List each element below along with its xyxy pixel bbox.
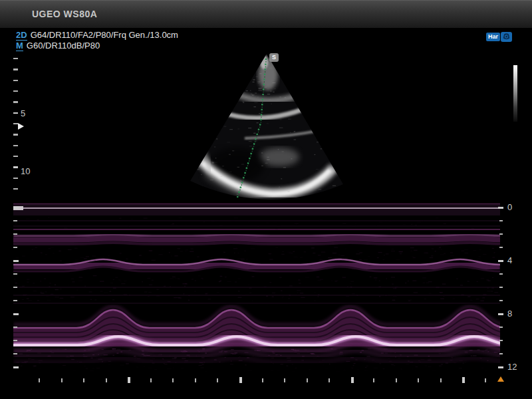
- ruler-tick: [499, 287, 503, 288]
- ruler-tick: [13, 101, 18, 102]
- ruler-tick: [106, 378, 107, 382]
- harmonic-badge: Har: [486, 33, 500, 41]
- ruler-tick: [499, 327, 503, 328]
- ruler-tick: [499, 247, 503, 248]
- ruler-tick: [499, 273, 503, 275]
- orientation-marker: S: [269, 53, 279, 62]
- ruler-tick: [13, 112, 18, 114]
- m-depth-label-4: 4: [507, 256, 512, 265]
- mode-tag-m: M: [16, 41, 23, 51]
- ultrasound-screen: UGEO WS80A 2DG64/DR110/FA2/P80/Frq Gen./…: [0, 0, 532, 399]
- ruler-tick: [499, 300, 503, 301]
- probe-icon: [501, 32, 512, 42]
- ruler-tick: [485, 378, 486, 382]
- mode-info-2d: 2DG64/DR110/FA2/P80/Frq Gen./13.0cm: [16, 30, 178, 40]
- ruler-tick: [13, 247, 17, 248]
- ruler-tick: [172, 378, 174, 382]
- ruler-tick: [128, 377, 130, 383]
- ruler-tick: [418, 378, 419, 382]
- probe-icon-glyph: [501, 32, 512, 42]
- 2d-image: [166, 50, 372, 206]
- ruler-tick: [13, 353, 17, 354]
- ruler-tick: [13, 366, 19, 368]
- focus-position-marker: [18, 123, 24, 130]
- mode-tag-2d: 2D: [16, 30, 27, 41]
- ruler-tick: [13, 273, 17, 275]
- ruler-tick: [499, 220, 503, 221]
- params-2d: G64/DR110/FA2/P80/Frq Gen./13.0cm: [31, 30, 178, 40]
- m-mode-trace: [13, 201, 501, 381]
- sweep-refresh-marker: [497, 376, 504, 382]
- params-m: G60/DR110dB/P80: [27, 41, 100, 51]
- ruler-tick: [61, 378, 63, 382]
- ruler-tick: [498, 207, 503, 209]
- ruler-tick: [462, 377, 465, 383]
- ruler-tick: [13, 68, 18, 70]
- ruler-tick: [13, 58, 18, 59]
- m-mode-waveforms: [13, 201, 501, 381]
- ruler-tick: [13, 90, 18, 92]
- ruler-tick: [440, 378, 442, 382]
- ruler-tick: [498, 260, 503, 262]
- m-depth-label-0: 0: [507, 203, 512, 212]
- m-depth-label-8: 8: [507, 309, 512, 319]
- ruler-tick: [13, 156, 18, 157]
- ruler-tick: [13, 313, 19, 315]
- ruler-tick: [499, 340, 503, 341]
- ruler-tick: [217, 378, 218, 382]
- ruler-tick: [13, 233, 17, 235]
- ruler-tick: [498, 366, 503, 368]
- titlebar: UGEO WS80A: [0, 0, 532, 28]
- ruler-tick: [13, 260, 19, 262]
- ruler-tick: [150, 378, 152, 382]
- m-depth-label-12: 12: [507, 362, 517, 372]
- ruler-tick: [13, 145, 18, 146]
- ruler-tick: [239, 377, 242, 383]
- ruler-tick: [13, 178, 18, 179]
- ruler-tick: [13, 327, 17, 328]
- ruler-tick: [13, 300, 17, 301]
- ruler-tick: [39, 378, 40, 382]
- device-title: UGEO WS80A: [32, 9, 97, 19]
- ruler-tick: [373, 378, 374, 382]
- ruler-tick: [307, 378, 308, 382]
- ruler-tick: [13, 340, 17, 341]
- ruler-tick: [262, 378, 263, 382]
- ruler-tick: [83, 378, 84, 382]
- ruler-tick: [13, 188, 18, 190]
- ruler-tick: [13, 287, 17, 288]
- 2d-depth-label-5: 5: [21, 109, 25, 118]
- grayscale-bar: [513, 65, 517, 122]
- ruler-tick: [13, 220, 17, 221]
- mode-info-m: MG60/DR110dB/P80: [16, 41, 100, 51]
- 2d-depth-label-10: 10: [21, 167, 30, 176]
- ruler-tick: [13, 166, 18, 168]
- ruler-tick: [499, 353, 503, 354]
- ruler-tick: [498, 313, 503, 315]
- ruler-tick: [13, 123, 18, 124]
- ruler-tick: [13, 207, 19, 209]
- ruler-tick: [13, 134, 18, 135]
- ruler-tick: [396, 378, 397, 382]
- ruler-tick: [195, 378, 196, 382]
- ruler-tick: [351, 377, 354, 383]
- ruler-tick: [329, 378, 330, 382]
- ruler-tick: [13, 80, 18, 81]
- ruler-tick: [284, 378, 285, 382]
- ruler-tick: [499, 233, 503, 235]
